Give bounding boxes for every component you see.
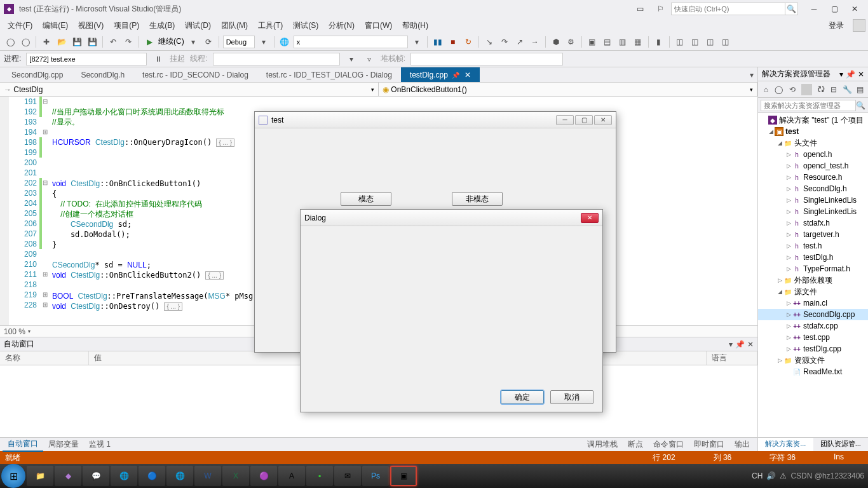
panel-close-icon[interactable]: ✕ xyxy=(747,340,754,349)
menu-view[interactable]: 视图(V) xyxy=(73,19,109,32)
tab-seconddlg-cpp[interactable]: SecondDlg.cpp xyxy=(3,67,72,82)
tab-testdlg-cpp[interactable]: testDlg.cpp📌✕ xyxy=(401,67,480,82)
col-name[interactable]: 名称 xyxy=(0,351,89,365)
side-dropdown-icon[interactable]: ▾ xyxy=(839,70,843,79)
config-combo[interactable]: Debug xyxy=(223,36,255,48)
window3-icon[interactable]: ▥ xyxy=(616,36,629,48)
tree-item[interactable]: ▷hstdafx.h xyxy=(758,217,868,229)
tab-sln-explorer[interactable]: 解决方案资... xyxy=(758,438,813,451)
panel-dropdown-icon[interactable]: ▾ xyxy=(729,340,733,349)
tree-item[interactable]: ▷++testDlg.cpp xyxy=(758,343,868,355)
refresh-tree-icon[interactable]: 🗘 xyxy=(816,84,827,95)
ext4-icon[interactable]: ◫ xyxy=(719,36,732,48)
task-explorer[interactable]: 📁 xyxy=(27,466,53,486)
menu-analyze[interactable]: 分析(N) xyxy=(323,19,360,32)
task-app1[interactable]: 🔵 xyxy=(139,466,165,486)
suspend-label[interactable]: 挂起 xyxy=(170,53,185,64)
tray-icon2[interactable]: ⚠ xyxy=(780,471,787,480)
tab-autos[interactable]: 自动窗口 xyxy=(3,437,43,452)
suspend-icon[interactable]: ⏸ xyxy=(152,53,165,65)
ext1-icon[interactable]: ◫ xyxy=(674,36,686,48)
process-combo[interactable]: [8272] test.exe xyxy=(26,53,147,65)
pause-icon[interactable]: ▮▮ xyxy=(431,36,444,48)
tab-team-explorer[interactable]: 团队资源管... xyxy=(813,438,869,451)
menu-build[interactable]: 生成(B) xyxy=(144,19,180,32)
restart-icon[interactable]: ↻ xyxy=(462,36,475,48)
fold-margin[interactable]: ⊟⊞⊟⊞⊞⊞ xyxy=(41,97,50,325)
save-icon[interactable]: 💾 xyxy=(71,36,83,48)
tab-locals[interactable]: 局部变量 xyxy=(43,438,84,451)
showall-icon[interactable]: ▤ xyxy=(855,84,865,95)
start-button[interactable]: ⊞ xyxy=(1,464,25,488)
menu-project[interactable]: 项目(P) xyxy=(109,19,144,32)
nav-fwd-icon[interactable]: ◯ xyxy=(19,36,32,48)
side-pin-icon[interactable]: 📌 xyxy=(846,70,855,79)
maximize-button[interactable]: ▢ xyxy=(825,3,844,15)
run-to-icon[interactable]: → xyxy=(529,36,541,48)
flag-icon[interactable]: ⚐ xyxy=(651,3,670,15)
menu-edit[interactable]: 编辑(E) xyxy=(37,19,73,32)
tree-item[interactable]: ▷hSecondDlg.h xyxy=(758,183,868,194)
tab-output[interactable]: 输出 xyxy=(729,438,755,451)
quick-launch-input[interactable] xyxy=(671,3,785,15)
solution-search[interactable]: 🔍 xyxy=(758,98,868,113)
login-link[interactable]: 登录 xyxy=(824,19,849,32)
task-running-app[interactable]: ▣ xyxy=(390,466,417,486)
hex-icon[interactable]: ⬢ xyxy=(550,36,562,48)
tab-command[interactable]: 命令窗口 xyxy=(648,438,689,451)
tree-item[interactable]: ▷hSingleLinkedLis xyxy=(758,206,868,217)
member-dropdown[interactable]: ◉ OnBnClickedButton1()▾ xyxy=(379,83,757,96)
window2-icon[interactable]: ▤ xyxy=(601,36,614,48)
menu-team[interactable]: 团队(M) xyxy=(216,19,253,32)
task-app4[interactable]: ✉ xyxy=(334,466,361,486)
task-app2[interactable]: A xyxy=(278,466,305,486)
test-min-button[interactable]: ─ xyxy=(556,115,574,125)
tree-item[interactable]: ▷htestDlg.h xyxy=(758,252,868,263)
step-out-icon[interactable]: ↗ xyxy=(513,36,526,48)
nav-back-icon[interactable]: ◯ xyxy=(4,36,17,48)
refresh-icon[interactable]: ⟳ xyxy=(202,36,215,48)
tree-item[interactable]: ▷htest.h xyxy=(758,240,868,252)
task-edge[interactable]: 🌐 xyxy=(111,466,137,486)
tool1-icon[interactable]: ⚙ xyxy=(565,36,578,48)
dropdown2-icon[interactable]: ▾ xyxy=(257,36,270,48)
task-excel[interactable]: X xyxy=(222,466,249,486)
task-eclipse[interactable]: 🟣 xyxy=(250,466,277,486)
tab-idd-second[interactable]: test.rc - IDD_SECOND - Dialog xyxy=(133,67,257,82)
tab-callstack[interactable]: 调用堆栈 xyxy=(582,438,623,451)
tree-item[interactable]: ▷hSingleLinkedLis xyxy=(758,194,868,206)
menu-test[interactable]: 测试(S) xyxy=(288,19,323,32)
menu-debug[interactable]: 调试(D) xyxy=(180,19,216,32)
pin-icon[interactable]: 📌 xyxy=(452,72,459,79)
stackframe-combo[interactable] xyxy=(410,53,563,65)
menu-tools[interactable]: 工具(T) xyxy=(253,19,288,32)
menu-window[interactable]: 窗口(W) xyxy=(360,19,397,32)
dialog-window[interactable]: Dialog ✕ 确定 取消 xyxy=(300,209,603,412)
ok-button[interactable]: 确定 xyxy=(501,390,544,404)
step-into-icon[interactable]: ↘ xyxy=(483,36,496,48)
task-ps[interactable]: Ps xyxy=(362,466,389,486)
task-chrome[interactable]: 🌐 xyxy=(166,466,193,486)
tree-item[interactable]: ▷hopencl.h xyxy=(758,149,868,160)
undo-icon[interactable]: ↶ xyxy=(107,36,119,48)
panel-pin-icon[interactable]: 📌 xyxy=(735,340,745,349)
task-vs[interactable]: ◆ xyxy=(55,466,81,486)
test-close-button[interactable]: ✕ xyxy=(594,115,612,125)
minimize-button[interactable]: ─ xyxy=(804,3,824,15)
close-button[interactable]: ✕ xyxy=(845,3,864,15)
tree-item[interactable]: ▷++main.cl xyxy=(758,297,868,309)
tab-watch[interactable]: 监视 1 xyxy=(84,438,116,451)
collapse-icon[interactable]: ⊟ xyxy=(829,84,839,95)
scope-dropdown[interactable]: → CtestDlg▾ xyxy=(0,83,379,96)
dropdown3-icon[interactable]: ▾ xyxy=(410,36,423,48)
task-app3[interactable]: ▪ xyxy=(306,466,333,486)
tab-seconddlg-h[interactable]: SecondDlg.h xyxy=(72,67,133,82)
sync-icon[interactable]: ⟲ xyxy=(787,84,797,95)
task-word[interactable]: W xyxy=(194,466,221,486)
new-icon[interactable]: ✚ xyxy=(40,36,53,48)
open-icon[interactable]: 📂 xyxy=(55,36,68,48)
solution-search-input[interactable] xyxy=(761,100,856,111)
props-icon[interactable]: 🔧 xyxy=(842,84,853,95)
tree-item[interactable]: ▷hResource.h xyxy=(758,172,868,183)
dialog-close-button[interactable]: ✕ xyxy=(581,213,599,223)
